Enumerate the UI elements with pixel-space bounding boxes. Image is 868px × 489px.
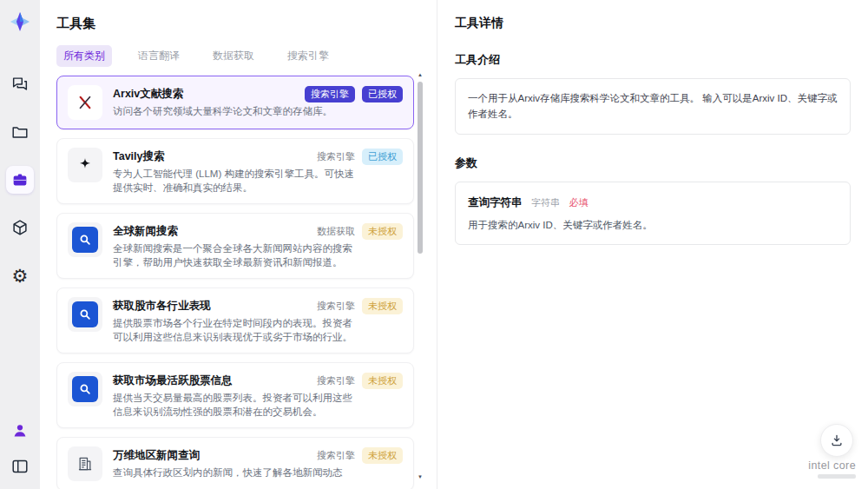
package-cube-icon[interactable] [6, 214, 34, 241]
category-badge: 搜索引擎 [305, 86, 355, 102]
scrollbar-thumb[interactable] [418, 82, 423, 254]
category-label: 搜索引擎 [317, 300, 355, 313]
param-required-flag: 必填 [569, 197, 588, 208]
panel-toggle-icon[interactable] [6, 453, 34, 480]
rail-bottom [6, 417, 34, 480]
tool-card[interactable]: Arxiv文献搜索 访问各个研究领域大量科学论文和文章的存储库。 搜索引擎 已授… [56, 76, 414, 129]
tool-card[interactable]: 全球新闻搜索 全球新闻搜索是一个聚合全球各大新闻网站内容的搜索引擎，帮助用户快速… [56, 213, 414, 279]
tab-search-engine[interactable]: 搜索引擎 [280, 45, 336, 67]
tool-description: 专为人工智能代理 (LLM) 构建的搜索引擎工具。可快速提供实时、准确和真实的结… [113, 167, 354, 195]
tool-description: 全球新闻搜索是一个聚合全球各大新闻网站内容的搜索引擎，帮助用户快速获取全球最新资… [113, 241, 354, 269]
tab-data-fetch[interactable]: 数据获取 [206, 45, 261, 67]
tool-card[interactable]: 获取股市各行业表现 提供股票市场各个行业在特定时间段内的表现。投资者可以利用这些… [56, 287, 414, 354]
param-box: 查询字符串 字符串 必填 用于搜索的Arxiv ID、关键字或作者姓名。 [455, 182, 851, 245]
scroll-up-arrow-icon[interactable]: ▲ [417, 71, 424, 78]
category-label: 搜索引擎 [317, 374, 355, 387]
auth-status-badge: 未授权 [362, 447, 403, 464]
intel-core-logo: intel core [808, 459, 856, 479]
sparkle-star-icon [68, 148, 102, 182]
intro-box: 一个用于从Arxiv存储库搜索科学论文和文章的工具。 输入可以是Arxiv ID… [455, 78, 851, 135]
left-rail: ⚙ [0, 0, 40, 489]
intro-text: 一个用于从Arxiv存储库搜索科学论文和文章的工具。 输入可以是Arxiv ID… [468, 90, 838, 122]
intro-heading: 工具介绍 [455, 52, 851, 68]
param-name: 查询字符串 [468, 196, 523, 208]
tool-description: 查询具体行政区划内的新闻，快速了解各地新闻动态 [113, 466, 354, 479]
tool-description: 提供当天交易量最高的股票列表。投资者可以利用这些信息来识别流动性强的股票和潜在的… [113, 391, 354, 419]
app-logo-icon[interactable] [6, 8, 34, 36]
auth-status-badge: 未授权 [362, 223, 403, 240]
detail-title: 工具详情 [455, 16, 851, 31]
tool-card[interactable]: 万维地区新闻查询 查询具体行政区划内的新闻，快速了解各地新闻动态 搜索引擎 未授… [56, 437, 414, 489]
brand-text: intel core [808, 459, 856, 472]
page-title: 工具集 [56, 16, 437, 32]
category-tabs: 所有类别 语言翻译 数据获取 搜索引擎 [56, 45, 437, 67]
param-type: 字符串 [531, 197, 560, 208]
tool-list-panel: 工具集 所有类别 语言翻译 数据获取 搜索引擎 Arxiv文献搜索 访问各个研究… [40, 0, 437, 489]
params-heading: 参数 [455, 155, 851, 171]
auth-status-badge: 已授权 [362, 86, 403, 102]
tab-translation[interactable]: 语言翻译 [131, 45, 187, 67]
user-avatar-icon[interactable] [6, 417, 34, 445]
category-label: 搜索引擎 [317, 150, 355, 163]
tool-card-list: Arxiv文献搜索 访问各个研究领域大量科学论文和文章的存储库。 搜索引擎 已授… [56, 76, 414, 489]
tool-card[interactable]: 获取市场最活跃股票信息 提供当天交易量最高的股票列表。投资者可以利用这些信息来识… [56, 362, 414, 428]
rail-nav: ⚙ [6, 70, 34, 289]
chat-icon[interactable] [6, 70, 34, 98]
blue-search-icon [68, 222, 102, 257]
newspaper-icon [68, 446, 102, 481]
tab-all-categories[interactable]: 所有类别 [56, 45, 112, 67]
blue-search-icon [68, 372, 102, 406]
tool-card[interactable]: Tavily搜索 专为人工智能代理 (LLM) 构建的搜索引擎工具。可快速提供实… [56, 138, 414, 204]
auth-status-badge: 未授权 [362, 298, 403, 314]
download-button[interactable] [820, 424, 853, 457]
brand-subtext-bar [818, 474, 856, 479]
settings-gear-icon[interactable]: ⚙ [6, 261, 34, 289]
toolbox-icon[interactable] [6, 166, 34, 194]
param-description: 用于搜索的Arxiv ID、关键字或作者姓名。 [468, 218, 838, 233]
tool-description: 提供股票市场各个行业在特定时间段内的表现。投资者可以利用这些信息来识别表现优于或… [113, 316, 354, 344]
tool-detail-panel: 工具详情 工具介绍 一个用于从Arxiv存储库搜索科学论文和文章的工具。 输入可… [437, 0, 868, 489]
scroll-down-arrow-icon[interactable]: ▼ [417, 473, 424, 480]
arxiv-logo-icon [68, 85, 102, 120]
tool-description: 访问各个研究领域大量科学论文和文章的存储库。 [113, 104, 354, 118]
category-label: 搜索引擎 [317, 449, 355, 462]
auth-status-badge: 已授权 [362, 149, 403, 165]
auth-status-badge: 未授权 [362, 373, 403, 389]
list-scrollbar[interactable]: ▲ ▼ [417, 71, 424, 480]
folder-icon[interactable] [6, 118, 34, 146]
category-label: 数据获取 [317, 225, 355, 238]
blue-search-icon [68, 297, 102, 332]
app-window: ⚙ 工具集 所有类别 语言翻译 数据获取 搜索引擎 [0, 0, 868, 489]
